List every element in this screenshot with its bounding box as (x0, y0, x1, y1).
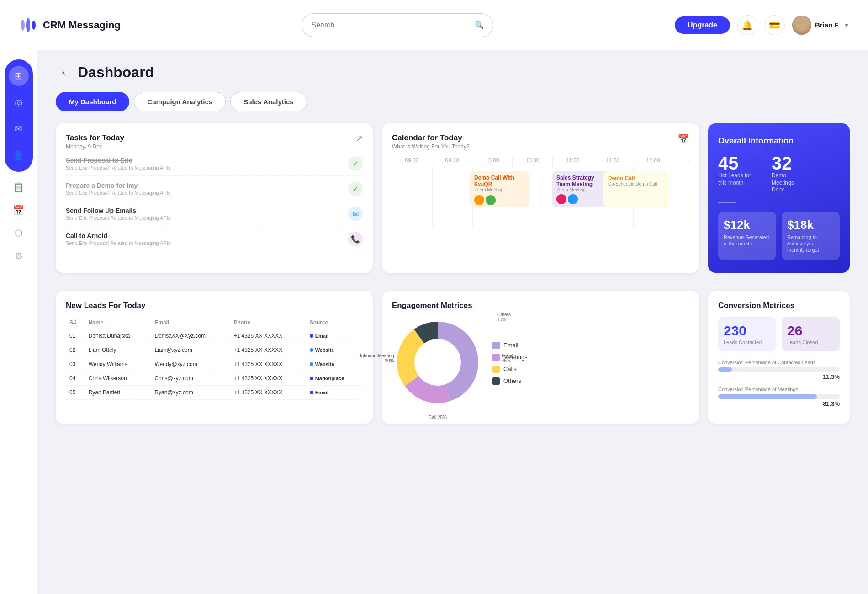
legend-color-meetings (492, 354, 500, 361)
sidebar: ⊞ ◎ ✉ 👤 📋 📅 ⬡ ⚙ (0, 50, 37, 594)
search-input[interactable] (311, 21, 470, 29)
tab-my-dashboard[interactable]: My Dashboard (56, 92, 129, 111)
sidebar-item-messages[interactable]: ✉ (9, 119, 29, 139)
donut-label-call: Call 25% (429, 415, 447, 420)
user-profile[interactable]: Brian F. ▼ (792, 16, 850, 35)
leads-table: S# Name Email Phone Source 01 Denisa Dun… (66, 317, 363, 400)
svg-point-7 (415, 339, 460, 385)
conversion-top-stats: 230 Leads Contacted 26 Leads Closed (718, 317, 840, 351)
sidebar-item-campaigns[interactable]: ◎ (9, 92, 29, 112)
cell-name: Liam Ottely (85, 343, 151, 357)
tasks-title: Tasks for Today (66, 133, 124, 143)
hot-leads-stat: 45 Hot Leads for this month (718, 154, 755, 186)
cell-num: 04 (66, 371, 85, 385)
legend-color-others (492, 377, 500, 385)
calendar-card: Calendar for Today What is Waiting For Y… (382, 123, 699, 273)
calendar-subtitle: What is Waiting For You Today? (392, 143, 469, 150)
revenue-label: Revenue Generated in this month (724, 234, 771, 247)
upgrade-button[interactable]: Upgrade (675, 16, 730, 34)
cell-email: Wendy@xyz.com (151, 357, 230, 371)
event-sub: Co-Schedule Demo Call (608, 181, 662, 186)
task-item: Send Proposal to Eric Send Eric Proposal… (66, 156, 363, 176)
cell-num: 05 (66, 385, 85, 399)
sidebar-item-tasks[interactable]: 📋 (9, 177, 29, 197)
sidebar-item-calendar[interactable]: 📅 (9, 200, 29, 220)
engagement-title: Engagement Metrices (392, 301, 689, 310)
task-status-icon: ✓ (348, 156, 363, 171)
page-title: Dashboard (78, 64, 154, 81)
remaining-target-card: $18k Remaining to Achieve your monthly t… (782, 212, 840, 260)
stat-divider (763, 154, 763, 177)
cell-source: Website (306, 343, 363, 357)
logo-icon (18, 15, 38, 35)
task-status-icon: ✓ (348, 181, 363, 196)
donut-chart-wrap: Others10% Email45% Inbound Meeting20% Ca… (392, 317, 483, 410)
event-sub: Zoom Meeting (474, 187, 524, 192)
page-header: ‹ Dashboard (56, 64, 850, 81)
task-name: Prepare a Demo for Imy (66, 182, 170, 189)
sidebar-item-dashboard[interactable]: ⊞ (9, 66, 29, 86)
revenue-amount: $12k (724, 218, 771, 232)
time-slot: 10:00 (472, 157, 513, 166)
search-icon: 🔍 (475, 21, 484, 29)
meetings-bar-pct: 81.3% (718, 400, 840, 407)
task-phone-icon: 📞 (348, 232, 363, 246)
tasks-expand-icon[interactable]: ↗ (356, 133, 363, 143)
tab-sales-analytics[interactable]: Sales Analytics (230, 92, 307, 111)
leads-closed-label: Leads Closed (787, 339, 834, 345)
meetings-bar-fill (718, 394, 817, 399)
task-info: Prepare a Demo for Imy Send Eric Proposa… (66, 182, 170, 196)
svg-point-0 (21, 20, 25, 31)
calendar-header: Calendar for Today What is Waiting For Y… (392, 133, 689, 150)
calendar-event-kwiqr[interactable]: Demo Call With KwiQR Zoom Meeting (470, 171, 529, 207)
sidebar-item-integrations[interactable]: ⬡ (9, 223, 29, 243)
calendar-icon[interactable]: 📅 (677, 133, 689, 144)
bottom-grid: New Leads For Today S# Name Email Phone … (56, 291, 850, 424)
cell-num: 03 (66, 357, 85, 371)
nav-right: Upgrade 🔔 💳 Brian F. ▼ (675, 15, 850, 35)
sidebar-item-contacts[interactable]: 👤 (9, 145, 29, 165)
cell-email: Chris@xyz.com (151, 371, 230, 385)
task-desc: Send Eric Proposal Related to Messaging … (66, 190, 170, 196)
table-row: 01 Denisa Dunajská DenisaXX@Xyz.com +1 4… (66, 329, 363, 343)
engagement-inner: Others10% Email45% Inbound Meeting20% Ca… (392, 317, 689, 410)
task-item: Send Follow Up Emails Send Eric Proposal… (66, 207, 363, 226)
task-name: Call to Arnold (66, 232, 170, 239)
contacted-conversion-section: Conversion Percentage of Contacted Leads… (718, 360, 840, 380)
legend-color-calls (492, 366, 500, 373)
col-header-source: Source (306, 317, 363, 329)
main-content: ‹ Dashboard My Dashboard Campaign Analyt… (37, 50, 868, 594)
notifications-button[interactable]: 🔔 (737, 15, 757, 35)
app-name: CRM Messaging (43, 19, 121, 31)
legend-label-email: Email (503, 342, 519, 349)
remaining-label: Remaining to Achieve your monthly target (787, 234, 834, 254)
donut-label-inbound: Inbound Meeting20% (360, 353, 394, 363)
calendar-event-demo-call[interactable]: Demo Call Co-Schedule Demo Call (603, 171, 667, 207)
task-desc: Send Eric Proposal Related to Messaging … (66, 165, 170, 170)
cell-phone: +1 4325 XX XXXXX (230, 371, 306, 385)
cell-phone: +1 4325 XX XXXXX (230, 343, 306, 357)
tab-campaign-analytics[interactable]: Campaign Analytics (134, 92, 226, 111)
legend-color-email (492, 342, 500, 349)
overall-card: Overall Information 45 Hot Leads for thi… (708, 123, 850, 273)
tasks-title-area: Tasks for Today Monday, 9 Dec (66, 133, 124, 150)
table-row: 05 Ryan Bartlett Ryan@xyz.com +1 4325 XX… (66, 385, 363, 399)
search-bar[interactable]: 🔍 (302, 13, 493, 37)
chart-legend: Email Meetings Calls Others (492, 342, 528, 385)
back-button[interactable]: ‹ (56, 65, 71, 80)
section-divider (718, 202, 736, 203)
time-slot: 12:30 (673, 157, 689, 166)
calendar-event-sales-strategy[interactable]: Sales Strategy Team Meeting Zoom Meeting (552, 171, 606, 207)
payments-button[interactable]: 💳 (765, 15, 785, 35)
col-header-phone: Phone (230, 317, 306, 329)
meetings-bar-label: Conversion Percentage of Meetings (718, 387, 840, 392)
tasks-subtitle: Monday, 9 Dec (66, 143, 124, 150)
leads-closed-stat: 26 Leads Closed (782, 317, 840, 351)
time-slot: 12:00 (633, 157, 673, 166)
task-info: Call to Arnold Send Eric Proposal Relate… (66, 232, 170, 246)
hot-leads-count: 45 (718, 154, 755, 172)
cell-name: Ryan Bartlett (85, 385, 151, 399)
tasks-card: Tasks for Today Monday, 9 Dec ↗ Send Pro… (56, 123, 373, 273)
sidebar-item-settings[interactable]: ⚙ (9, 246, 29, 266)
col-header-name: Name (85, 317, 151, 329)
